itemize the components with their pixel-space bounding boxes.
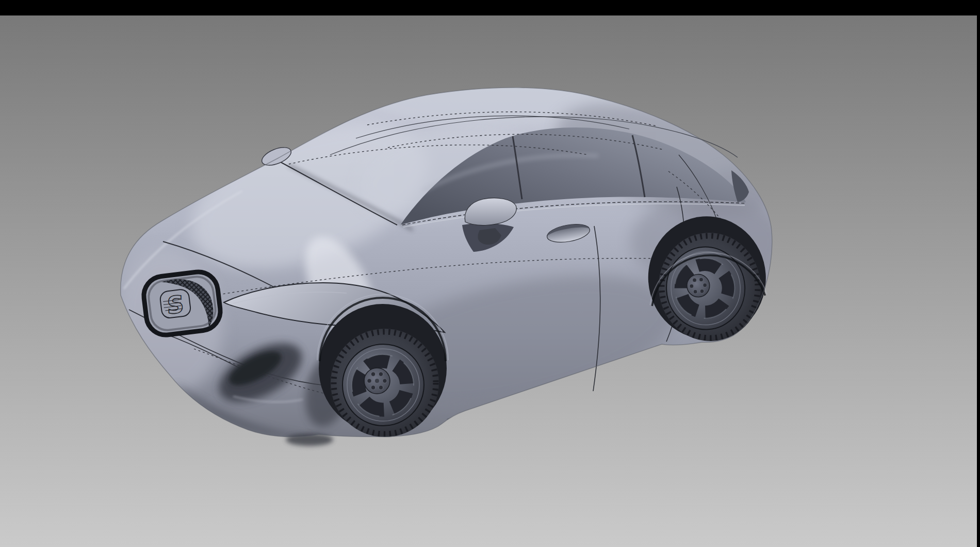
grille[interactable]: S — [142, 270, 223, 337]
viewport-3d[interactable]: S — [0, 0, 980, 547]
render-stage: S — [0, 0, 980, 547]
letterbox-top — [0, 0, 980, 15]
front-hub-cap — [375, 379, 379, 383]
logo-letter: S — [167, 290, 184, 320]
letterbox-right — [977, 0, 980, 547]
